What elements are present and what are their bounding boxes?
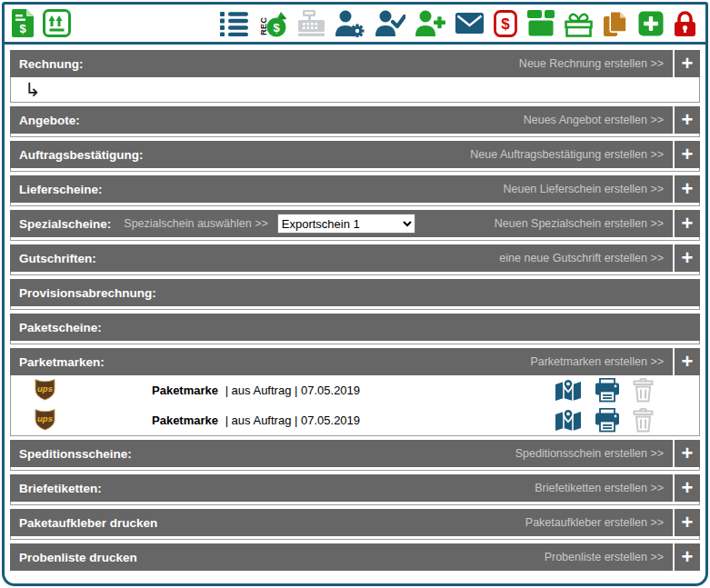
- section-title: Paketaufkleber drucken: [19, 516, 157, 530]
- section-probenliste: Probenliste drucken Probenliste erstelle…: [10, 543, 700, 571]
- invoice-icon[interactable]: $: [12, 9, 35, 37]
- map-icon[interactable]: [555, 378, 582, 403]
- user-check-icon[interactable]: [375, 10, 405, 37]
- section-title: Gutschriften:: [19, 252, 96, 265]
- add-probenliste-button[interactable]: +: [673, 543, 700, 571]
- create-paketaufkleber-link[interactable]: Paketaufkleber erstellen >>: [525, 516, 673, 529]
- section-title: Paketscheine:: [19, 321, 102, 334]
- money-bag-rec-icon[interactable]: $ REC: [258, 9, 287, 37]
- add-parketmarken-button[interactable]: +: [673, 348, 700, 375]
- collapsed-strip: [10, 134, 700, 137]
- svg-text:REC: REC: [258, 17, 268, 35]
- printer-icon[interactable]: [595, 408, 620, 433]
- open-box-icon[interactable]: [527, 10, 555, 36]
- add-icon[interactable]: [638, 11, 664, 36]
- svg-text:$: $: [273, 21, 280, 35]
- user-settings-icon[interactable]: [335, 10, 365, 37]
- cash-register-icon[interactable]: [297, 10, 325, 36]
- section-angebote: Angebote: Neues Angebot erstellen >> +: [10, 106, 700, 137]
- paketmarke-label: Paketmarke | aus Auftrag | 07.05.2019: [152, 384, 360, 397]
- add-gutschrift-button[interactable]: +: [673, 244, 700, 272]
- section-parketmarken: Parketmarken: Parketmarken erstellen >> …: [10, 348, 700, 436]
- section-header-spezialscheine[interactable]: Spezialscheine: Spezialschein auswählen …: [10, 210, 700, 237]
- lock-icon[interactable]: [674, 10, 696, 37]
- add-lieferschein-button[interactable]: +: [673, 175, 700, 203]
- package-up-icon[interactable]: [43, 9, 71, 37]
- section-title: Speditionsscheine:: [19, 447, 132, 461]
- user-add-icon[interactable]: [415, 10, 445, 37]
- section-header-briefetiketten[interactable]: Briefetiketten: Briefetiketten erstellen…: [10, 474, 700, 502]
- toolbar-right-group: $ REC: [220, 9, 696, 37]
- svg-text:$: $: [19, 22, 26, 35]
- add-speditionsschein-button[interactable]: +: [673, 440, 700, 467]
- section-header-rechnung[interactable]: Rechnung: Neue Rechnung erstellen >> +: [10, 50, 700, 77]
- section-provisionsabrechnung: Provisionsabrechnung:: [10, 279, 700, 310]
- add-auftragsbestaetigung-button[interactable]: +: [673, 141, 700, 168]
- create-auftragsbestaetigung-link[interactable]: Neue Auftragsbestätigung erstellen >>: [470, 148, 673, 161]
- create-angebot-link[interactable]: Neues Angebot erstellen >>: [524, 114, 673, 126]
- paketmarke-actions: [555, 378, 654, 403]
- select-spezialschein-link[interactable]: Spezialschein auswählen >>: [124, 217, 267, 230]
- section-header-speditionsscheine[interactable]: Speditionsscheine: Speditionsschein erst…: [10, 440, 700, 467]
- add-spezialschein-button[interactable]: +: [673, 210, 700, 237]
- create-gutschrift-link[interactable]: eine neue Gutschrift erstellen >>: [499, 252, 673, 264]
- spezialschein-select[interactable]: Exportschein 1: [277, 214, 415, 234]
- create-parketmarken-link[interactable]: Parketmarken erstellen >>: [530, 355, 673, 368]
- add-paketaufkleber-button[interactable]: +: [673, 509, 700, 536]
- section-paketscheine: Paketscheine:: [10, 314, 700, 344]
- create-briefetiketten-link[interactable]: Briefetiketten erstellen >>: [535, 482, 673, 494]
- trash-icon[interactable]: [633, 378, 654, 403]
- add-rechnung-button[interactable]: +: [673, 50, 700, 77]
- section-header-paketscheine[interactable]: Paketscheine:: [10, 314, 700, 341]
- section-paketaufkleber: Paketaufkleber drucken Paketaufkleber er…: [10, 509, 700, 540]
- section-header-angebote[interactable]: Angebote: Neues Angebot erstellen >> +: [10, 106, 700, 134]
- top-toolbar: $: [5, 5, 705, 45]
- paketmarke-meta: | aus Auftrag | 07.05.2019: [225, 384, 360, 397]
- paketmarke-actions: [555, 408, 654, 433]
- section-header-provisionsabrechnung[interactable]: Provisionsabrechnung:: [10, 279, 700, 306]
- paketmarke-row: ups Paketmarke | aus Auftrag | 07.05.201…: [11, 375, 699, 405]
- section-header-auftragsbestaetigung[interactable]: Auftragsbestätigung: Neue Auftragsbestät…: [10, 141, 700, 168]
- printer-icon[interactable]: [595, 378, 620, 403]
- add-angebot-button[interactable]: +: [673, 106, 700, 134]
- rechnung-content-panel: ↳: [10, 77, 700, 103]
- dollar-receipt-icon[interactable]: $: [494, 10, 517, 37]
- envelope-icon[interactable]: [455, 13, 484, 34]
- section-header-probenliste[interactable]: Probenliste drucken Probenliste erstelle…: [10, 543, 700, 571]
- collapsed-strip: [10, 168, 700, 172]
- section-gutschriften: Gutschriften: eine neue Gutschrift erste…: [10, 244, 700, 275]
- collapsed-strip: [10, 467, 700, 471]
- gift-icon[interactable]: [565, 10, 593, 37]
- corner-arrow-icon: ↳: [25, 80, 41, 99]
- list-icon[interactable]: [220, 11, 248, 36]
- svg-text:ups: ups: [37, 384, 53, 394]
- collapsed-strip: [10, 502, 700, 505]
- section-title: Auftragsbestätigung:: [19, 148, 144, 162]
- paketmarke-label: Paketmarke | aus Auftrag | 07.05.2019: [152, 414, 360, 427]
- section-title: Lieferscheine:: [19, 183, 103, 196]
- create-lieferschein-link[interactable]: Neuen Lieferschein erstellen >>: [503, 183, 673, 195]
- copy-icon[interactable]: [603, 10, 628, 37]
- section-title: Rechnung:: [19, 57, 84, 71]
- svg-text:ups: ups: [37, 414, 53, 424]
- section-header-parketmarken[interactable]: Parketmarken: Parketmarken erstellen >> …: [10, 348, 700, 375]
- map-icon[interactable]: [555, 408, 582, 433]
- create-probenliste-link[interactable]: Probenliste erstellen >>: [545, 551, 673, 563]
- section-speditionsscheine: Speditionsscheine: Speditionsschein erst…: [10, 440, 700, 471]
- add-briefetiketten-button[interactable]: +: [673, 474, 700, 502]
- paketmarke-row: ups Paketmarke | aus Auftrag | 07.05.201…: [11, 405, 699, 435]
- section-header-paketaufkleber[interactable]: Paketaufkleber drucken Paketaufkleber er…: [10, 509, 700, 536]
- section-header-gutschriften[interactable]: Gutschriften: eine neue Gutschrift erste…: [10, 244, 700, 272]
- create-rechnung-link[interactable]: Neue Rechnung erstellen >>: [519, 57, 673, 70]
- paketmarke-name: Paketmarke: [152, 414, 218, 427]
- section-title: Briefetiketten:: [19, 482, 102, 495]
- trash-icon[interactable]: [633, 408, 654, 433]
- ups-logo: ups: [35, 376, 55, 404]
- collapsed-strip: [10, 306, 700, 310]
- section-briefetiketten: Briefetiketten: Briefetiketten erstellen…: [10, 474, 700, 505]
- create-spezialschein-link[interactable]: Neuen Spezialschein erstellen >>: [495, 217, 673, 230]
- section-title: Provisionsabrechnung:: [19, 286, 156, 300]
- svg-text:$: $: [501, 15, 510, 33]
- section-header-lieferscheine[interactable]: Lieferscheine: Neuen Lieferschein erstel…: [10, 175, 700, 203]
- create-speditionsschein-link[interactable]: Speditionsschein erstellen >>: [515, 447, 673, 460]
